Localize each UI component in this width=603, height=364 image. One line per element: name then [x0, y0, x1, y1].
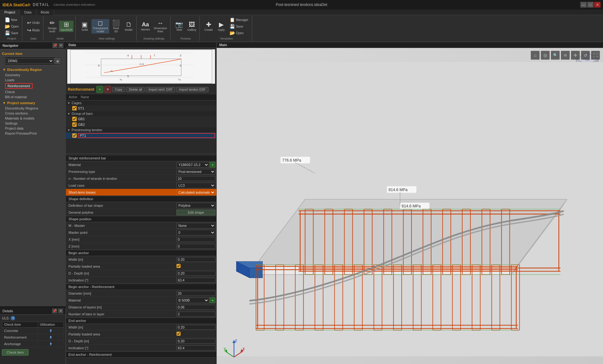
begin-distance-layers-input[interactable]	[177, 305, 215, 310]
material-add-button[interactable]: +	[210, 162, 215, 168]
dimension-lines-button[interactable]: ↔ Dimensionlines	[152, 19, 168, 34]
nav-item-geometry[interactable]: Geometry	[0, 72, 66, 78]
apply-template-button[interactable]: ▶ Apply	[215, 21, 227, 32]
nav-item-loads[interactable]: Loads	[0, 78, 66, 83]
remove-reinforcement-button[interactable]: ✕	[104, 86, 111, 93]
discontinuity-section-title[interactable]: ▼ Discontinuity Region	[0, 67, 66, 72]
current-item-nav-button[interactable]: ⊕	[54, 58, 61, 64]
project-summary-title[interactable]: ▼ Project summary	[0, 100, 66, 106]
navigator-controls[interactable]: 📌 ✕	[52, 43, 63, 48]
import-tendon-dxf-button[interactable]: Import tendon DXF	[176, 87, 208, 92]
nav-item-settings[interactable]: Settings	[0, 121, 66, 126]
st1-checkbox[interactable]	[72, 106, 77, 110]
concrete-help[interactable]: ?	[38, 328, 64, 334]
list-item[interactable]: PT1	[66, 132, 216, 139]
zoom-in-button[interactable]: 🔍	[551, 51, 560, 60]
end-inclination-input[interactable]	[177, 345, 215, 351]
edit-shape-button[interactable]: Edit shape	[177, 210, 215, 215]
begin-width-input[interactable]	[177, 257, 215, 262]
model-button[interactable]: 🗋 Model	[123, 21, 134, 32]
list-item[interactable]: ST1	[66, 105, 216, 111]
gb2-checkbox[interactable]	[72, 122, 77, 127]
definition-of-bar-shape-select[interactable]: Polyline	[177, 203, 215, 208]
nav-item-check[interactable]: Check	[0, 89, 66, 94]
details-controls[interactable]: 📌 ✕	[52, 308, 63, 313]
end-depth-input[interactable]	[177, 339, 215, 344]
anchorage-help-icon[interactable]: ?	[50, 342, 52, 345]
nav-item-materials[interactable]: Materials & models	[0, 116, 66, 121]
list-item[interactable]: GB1	[66, 116, 216, 122]
perspective-button[interactable]: ◎	[541, 51, 550, 60]
add-reinforcement-button[interactable]: +	[96, 86, 103, 93]
save-template-button[interactable]: 💾 Save	[228, 23, 250, 29]
new-button[interactable]: 📄 New	[3, 17, 20, 23]
input-edit-button[interactable]: ⊞ Input/Edit	[59, 21, 73, 32]
short-term-losses-select[interactable]: Calculated automatically	[177, 190, 215, 195]
check-item-button[interactable]: Check item	[2, 349, 29, 356]
copy-button[interactable]: Copy	[112, 87, 125, 92]
maximize-button[interactable]: □	[587, 2, 594, 8]
close-button[interactable]: ✕	[594, 2, 600, 8]
window-controls[interactable]: — □ ✕	[580, 2, 600, 8]
begin-material-select[interactable]: B 500B	[177, 297, 209, 303]
begin-partially-loaded-checkbox[interactable]	[177, 264, 181, 268]
gb1-checkbox[interactable]	[72, 117, 77, 121]
reinforcement-help-icon[interactable]: ?	[50, 336, 52, 339]
prestressing-type-select[interactable]: Post-tensioned	[177, 169, 215, 174]
home-view-button[interactable]: ⌂	[531, 51, 540, 60]
save-button[interactable]: 💾 Save	[3, 30, 20, 36]
end-width-input[interactable]	[177, 325, 215, 330]
delete-all-button[interactable]: Delete all	[126, 87, 145, 92]
open-button[interactable]: 📂 Open	[3, 23, 20, 29]
list-item[interactable]: GB2	[66, 122, 216, 127]
names-button[interactable]: Aa Names	[140, 21, 151, 32]
reinforcement-help[interactable]: ?	[38, 334, 64, 341]
x-mm-input[interactable]	[177, 237, 215, 242]
nav-item-bill-of-material[interactable]: Bill of material	[0, 94, 66, 99]
undo-view-button[interactable]: ↺	[581, 51, 590, 60]
real-3d-button[interactable]: ⬛ Real3D	[111, 19, 122, 34]
begin-diameter-input[interactable]	[177, 291, 215, 296]
end-partially-loaded-checkbox[interactable]	[177, 332, 181, 336]
redo-button[interactable]: ↪ Redo	[25, 27, 41, 34]
current-item-select[interactable]: DRM1	[5, 58, 54, 64]
uls-help-button[interactable]: ?	[11, 316, 15, 320]
details-close-button[interactable]: ✕	[58, 308, 63, 313]
transparent-model-button[interactable]: ◻ Transparentmodel	[91, 19, 109, 34]
m-master-select[interactable]: None	[177, 223, 215, 228]
nav-item-reinforcement[interactable]: Reinforcement	[0, 83, 66, 89]
zoom-out-button[interactable]: ⊖	[561, 51, 570, 60]
group-of-bars-header[interactable]: ▼ Group of bars	[66, 111, 216, 116]
open-template-button[interactable]: 📂 Open	[228, 30, 250, 36]
master-point-select[interactable]: 0	[177, 230, 215, 235]
gallery-button[interactable]: 🖼 Gallery	[186, 21, 198, 32]
begin-num-bars-input[interactable]	[177, 312, 215, 317]
tab-project[interactable]: Project	[0, 9, 20, 15]
fullscreen-button[interactable]: ⛶	[591, 51, 600, 60]
create-template-button[interactable]: ✚ Create	[203, 21, 214, 32]
import-reinf-dxf-button[interactable]: Import reinf. DXF	[146, 87, 175, 92]
z-mm-input[interactable]	[177, 244, 215, 249]
undo-button[interactable]: ↩ Undo	[25, 19, 41, 26]
details-pin-button[interactable]: 📌	[52, 308, 57, 313]
navigator-pin-button[interactable]: 📌	[52, 43, 57, 48]
main-3d-view[interactable]: TOP LEFT FRONT	[217, 48, 603, 364]
pt1-checkbox[interactable]	[72, 133, 77, 138]
nav-item-project-data[interactable]: Project data	[0, 126, 66, 131]
nav-item-discontinuity-regions[interactable]: Discontinuity Regions	[0, 106, 66, 111]
new-picture-button[interactable]: 📷 New	[174, 21, 185, 32]
begin-inclination-input[interactable]	[177, 278, 215, 283]
tab-data[interactable]: Data	[20, 9, 36, 15]
pan-button[interactable]: ✛	[571, 51, 580, 60]
anchorage-help[interactable]: ?	[38, 341, 64, 347]
begin-depth-input[interactable]	[177, 271, 215, 276]
begin-material-add-button[interactable]: +	[210, 297, 215, 303]
number-of-strands-input[interactable]	[177, 176, 215, 181]
prestressing-tendon-header[interactable]: ▼ Prestressing tendon	[66, 127, 216, 132]
cages-group-header[interactable]: ▼ Cages	[66, 100, 216, 105]
minimize-button[interactable]: —	[580, 2, 587, 8]
nav-item-report[interactable]: Report Preview/Print	[0, 131, 66, 136]
material-select[interactable]: Y1860S7-15.2	[177, 162, 209, 168]
concrete-help-icon[interactable]: ?	[50, 329, 52, 332]
solid-button[interactable]: ▣ Solid	[79, 21, 90, 32]
